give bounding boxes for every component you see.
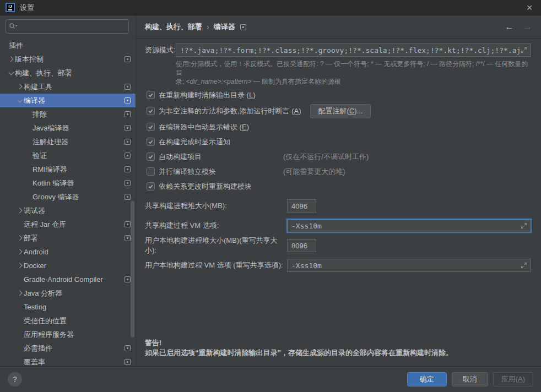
sidebar-item[interactable]: Android bbox=[0, 245, 136, 259]
sidebar-item[interactable]: 插件 bbox=[0, 39, 136, 52]
checkbox-label: 在构建完成时显示通知 bbox=[159, 137, 230, 147]
sidebar-item[interactable]: RMI编译器 bbox=[0, 162, 136, 176]
chevron-right-icon[interactable] bbox=[17, 231, 24, 245]
resource-patterns-hint: 使用;分隔模式，使用！求反模式。已接受通配符: ? — 仅一个符号; * — 无… bbox=[176, 59, 531, 86]
back-button[interactable]: ← bbox=[505, 21, 514, 32]
expand-field-icon[interactable] bbox=[521, 222, 527, 229]
search-box[interactable] bbox=[6, 19, 129, 34]
indent-spacer bbox=[17, 224, 24, 225]
sidebar-item[interactable]: 必需插件 bbox=[0, 341, 136, 355]
cancel-button[interactable]: 取消 bbox=[452, 372, 488, 386]
sidebar-item-label: Java 分析器 bbox=[24, 288, 62, 298]
sidebar-item[interactable]: Groovy 编译器 bbox=[0, 190, 136, 204]
sidebar-item[interactable]: Testing bbox=[0, 300, 136, 314]
chevron-right-icon[interactable] bbox=[17, 259, 24, 273]
chevron-right-icon[interactable] bbox=[17, 245, 24, 259]
field-label: 共享构建过程 VM 选项: bbox=[145, 221, 287, 231]
expand-field-icon[interactable] bbox=[521, 262, 527, 269]
sidebar-item-label: 调试器 bbox=[24, 206, 45, 216]
in-editor-settings-icon[interactable] bbox=[240, 24, 246, 30]
sidebar-item[interactable]: 构建工具 bbox=[0, 80, 136, 94]
expand-field-icon[interactable] bbox=[521, 47, 527, 53]
chevron-right-icon[interactable] bbox=[8, 52, 15, 66]
checkbox-comment: (仅在不运行/不调试时工作) bbox=[283, 152, 369, 162]
sidebar-item[interactable]: 编译器 bbox=[0, 94, 136, 107]
sidebar-item-label: Java编译器 bbox=[33, 123, 69, 133]
indent-spacer bbox=[25, 183, 33, 183]
compiler-settings-form: 资源模式: 使用;分隔模式，使用！求反模式。已接受通配符: ? — 仅一个符号;… bbox=[136, 39, 541, 366]
breadcrumb-parent[interactable]: 构建、执行、部署 bbox=[145, 22, 202, 32]
in-editor-settings-icon bbox=[125, 359, 131, 365]
search-input[interactable] bbox=[20, 23, 126, 31]
indent-spacer bbox=[17, 334, 24, 335]
indent-spacer bbox=[25, 155, 33, 156]
checkbox-row: 在编辑器中自动显示错误 (E) bbox=[145, 119, 531, 134]
chevron-down-icon[interactable] bbox=[8, 66, 15, 80]
warning-message: 警告! 如果已启用选项“重新构建时清除输出目录”，存储生成源的目录的全部内容将在… bbox=[145, 338, 531, 358]
in-editor-settings-icon bbox=[125, 153, 131, 159]
sidebar-item[interactable]: Java 分析器 bbox=[0, 286, 136, 300]
sidebar-scrollbar[interactable] bbox=[131, 201, 134, 337]
resource-patterns-label: 资源模式: bbox=[145, 45, 176, 55]
vm-options-input[interactable] bbox=[287, 219, 531, 232]
checkbox-checked[interactable] bbox=[147, 153, 155, 161]
sidebar-item[interactable]: 版本控制 bbox=[0, 52, 136, 66]
checkbox-checked[interactable] bbox=[147, 182, 155, 190]
close-icon[interactable]: × bbox=[523, 2, 535, 13]
checkbox-label: 在重新构建时清除输出目录 (L) bbox=[159, 90, 256, 100]
sidebar-item[interactable]: 构建、执行、部署 bbox=[0, 66, 136, 80]
chevron-down-icon[interactable] bbox=[17, 94, 24, 107]
sidebar-item-label: 覆盖率 bbox=[24, 357, 45, 367]
sidebar-item-label: Android bbox=[24, 248, 48, 256]
ok-button[interactable]: 确定 bbox=[407, 372, 447, 386]
title-bar: IJ 设置 × bbox=[0, 0, 541, 15]
checkbox-row: 为非空注释的方法和参数,添加运行时断言 (A)配置注解(C)... bbox=[145, 102, 531, 119]
checkbox-checked[interactable] bbox=[147, 91, 155, 99]
help-button[interactable]: ? bbox=[8, 372, 22, 386]
sidebar-item[interactable]: Java编译器 bbox=[0, 121, 136, 135]
chevron-right-icon[interactable] bbox=[17, 286, 24, 300]
in-editor-settings-icon bbox=[125, 139, 131, 145]
sidebar-item[interactable]: 调试器 bbox=[0, 204, 136, 217]
sidebar-item-label: RMI编译器 bbox=[33, 165, 67, 175]
heap-size-input[interactable] bbox=[287, 239, 316, 252]
checkbox-label: 在编辑器中自动显示错误 (E) bbox=[159, 122, 249, 132]
chevron-right-icon[interactable] bbox=[17, 80, 24, 94]
resource-patterns-input[interactable] bbox=[176, 43, 531, 57]
checkbox-label: 为非空注释的方法和参数,添加运行时断言 (A) bbox=[159, 106, 301, 116]
checkbox-row: 在重新构建时清除输出目录 (L) bbox=[145, 88, 531, 102]
sidebar-item[interactable]: 验证 bbox=[0, 149, 136, 162]
sidebar-item-label: 受信任的位置 bbox=[24, 316, 67, 326]
indent-spacer bbox=[17, 348, 24, 349]
vm-options-input[interactable] bbox=[287, 259, 531, 272]
sidebar-item-label: 版本控制 bbox=[15, 55, 44, 64]
sidebar-item[interactable]: 覆盖率 bbox=[0, 355, 136, 366]
settings-dialog: IJ 设置 × 插件版本控制构建、执行、部署构建工具编译器排除Java编译器注解… bbox=[0, 0, 541, 392]
checkbox-checked[interactable] bbox=[147, 107, 155, 115]
sidebar-item[interactable]: 受信任的位置 bbox=[0, 314, 136, 328]
indent-spacer bbox=[25, 197, 33, 197]
sidebar-item[interactable]: 应用程序服务器 bbox=[0, 328, 136, 341]
chevron-right-icon[interactable] bbox=[17, 204, 24, 217]
sidebar-item[interactable]: Docker bbox=[0, 259, 136, 273]
indent-spacer bbox=[25, 128, 33, 128]
heap-size-input[interactable] bbox=[287, 199, 316, 213]
pattern-syntax-hint: <dir_name>:<pattern> bbox=[186, 78, 252, 85]
sidebar-item[interactable]: 排除 bbox=[0, 107, 136, 121]
sidebar-item-label: Gradle-Android Compiler bbox=[24, 275, 103, 284]
checkbox-checked[interactable] bbox=[147, 138, 155, 146]
sidebar-item[interactable]: 远程 Jar 仓库 bbox=[0, 217, 136, 231]
sidebar-item[interactable]: Kotlin 编译器 bbox=[0, 176, 136, 190]
sidebar-item-label: 排除 bbox=[33, 110, 47, 119]
field-wrap bbox=[287, 239, 316, 252]
configure-annotations-button[interactable]: 配置注解(C)... bbox=[310, 104, 371, 118]
in-editor-settings-icon bbox=[125, 125, 131, 131]
setting-field-row: 共享构建进程堆大小(MB): bbox=[145, 199, 531, 213]
sidebar-item[interactable]: 部署 bbox=[0, 231, 136, 245]
checkbox-checked[interactable] bbox=[147, 123, 155, 131]
sidebar-item-label: 构建、执行、部署 bbox=[15, 68, 72, 78]
sidebar-item[interactable]: Gradle-Android Compiler bbox=[0, 273, 136, 286]
checkbox-unchecked[interactable] bbox=[147, 167, 155, 176]
sidebar-item[interactable]: 注解处理器 bbox=[0, 135, 136, 149]
sidebar-item-label: Docker bbox=[24, 262, 46, 270]
